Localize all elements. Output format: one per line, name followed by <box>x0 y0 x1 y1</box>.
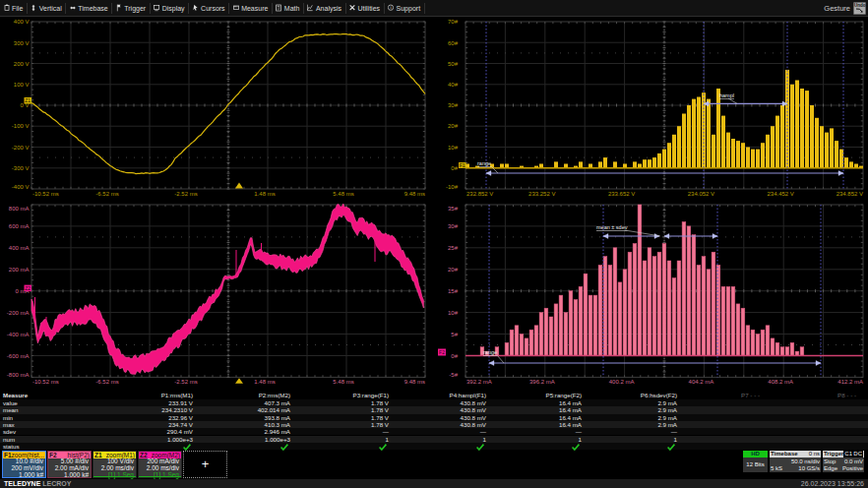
svg-text:392.2 mA: 392.2 mA <box>466 379 492 385</box>
svg-text:50#: 50# <box>448 61 459 67</box>
svg-text:20#: 20# <box>448 267 459 273</box>
svg-text:300 V: 300 V <box>14 40 30 46</box>
svg-text:234.452 V: 234.452 V <box>768 191 794 197</box>
svg-text:-10.52 ms: -10.52 ms <box>32 379 59 385</box>
svg-text:232.852 V: 232.852 V <box>466 191 493 197</box>
svg-text:-5#: -5# <box>449 372 458 378</box>
svg-text:234.052 V: 234.052 V <box>688 191 714 197</box>
svg-text:412.2 mA: 412.2 mA <box>837 379 863 385</box>
svg-text:400.2 mA: 400.2 mA <box>609 379 635 385</box>
svg-text:404.2 mA: 404.2 mA <box>689 379 714 385</box>
svg-text:-200 mA: -200 mA <box>7 310 30 316</box>
svg-text:1.48 ms: 1.48 ms <box>254 191 275 197</box>
svg-text:70#: 70# <box>448 19 459 25</box>
svg-text:10#: 10# <box>448 145 459 151</box>
svg-text:400 V: 400 V <box>14 19 30 25</box>
svg-text:9.48 ms: 9.48 ms <box>404 379 425 385</box>
svg-text:100 V: 100 V <box>14 82 30 88</box>
svg-text:9.48 ms: 9.48 ms <box>404 191 425 197</box>
svg-text:60#: 60# <box>448 40 459 46</box>
svg-text:5#: 5# <box>451 332 458 337</box>
svg-text:i: i <box>390 5 392 10</box>
svg-text:30#: 30# <box>448 223 459 229</box>
svg-text:hampl: hampl <box>719 92 734 98</box>
svg-text:Z2: Z2 <box>25 285 31 291</box>
svg-text:Z1: Z1 <box>25 97 31 103</box>
svg-text:30#: 30# <box>448 102 459 108</box>
svg-text:15#: 15# <box>448 288 459 294</box>
svg-text:10#: 10# <box>448 310 459 316</box>
svg-text:0#: 0# <box>451 165 458 171</box>
svg-text:-2.52 ms: -2.52 ms <box>174 191 197 197</box>
svg-text:-600 mA: -600 mA <box>7 353 30 359</box>
svg-text:408.2 mA: 408.2 mA <box>768 379 793 385</box>
svg-text:20#: 20# <box>448 123 459 129</box>
svg-text:-400 V: -400 V <box>12 184 30 190</box>
svg-text:25#: 25# <box>448 245 459 251</box>
svg-text:0#: 0# <box>451 353 458 359</box>
svg-text:1.48 ms: 1.48 ms <box>254 379 275 385</box>
svg-text:5.48 ms: 5.48 ms <box>333 191 353 197</box>
svg-text:mean ± sdev: mean ± sdev <box>596 224 628 230</box>
svg-text:F2: F2 <box>439 349 445 355</box>
svg-text:600 mA: 600 mA <box>9 223 30 229</box>
svg-text:800 mA: 800 mA <box>9 206 30 212</box>
svg-text:5.48 ms: 5.48 ms <box>333 379 353 385</box>
svg-text:233.252 V: 233.252 V <box>528 191 555 197</box>
svg-text:200 mA: 200 mA <box>9 267 30 273</box>
svg-text:-6.52 ms: -6.52 ms <box>95 191 118 197</box>
svg-text:-6.52 ms: -6.52 ms <box>95 379 118 385</box>
svg-text:200 V: 200 V <box>14 61 30 67</box>
svg-text:40#: 40# <box>448 82 459 88</box>
svg-text:F1: F1 <box>460 162 465 168</box>
svg-text:range: range <box>477 160 491 166</box>
svg-text:-300 V: -300 V <box>12 165 30 171</box>
svg-text:-10#: -10# <box>446 184 459 190</box>
svg-text:-800 mA: -800 mA <box>7 372 30 378</box>
svg-text:35#: 35# <box>448 206 459 212</box>
svg-text:-2.52 ms: -2.52 ms <box>174 379 197 385</box>
svg-text:-400 mA: -400 mA <box>7 332 30 337</box>
svg-text:234.852 V: 234.852 V <box>837 191 863 197</box>
svg-text:400 mA: 400 mA <box>9 245 30 251</box>
svg-text:233.652 V: 233.652 V <box>608 191 635 197</box>
svg-text:-200 V: -200 V <box>12 145 30 151</box>
svg-text:range: range <box>483 349 497 355</box>
svg-text:-100 V: -100 V <box>12 123 30 129</box>
svg-text:396.2 mA: 396.2 mA <box>529 379 555 385</box>
svg-text:-10.52 ms: -10.52 ms <box>32 191 59 197</box>
